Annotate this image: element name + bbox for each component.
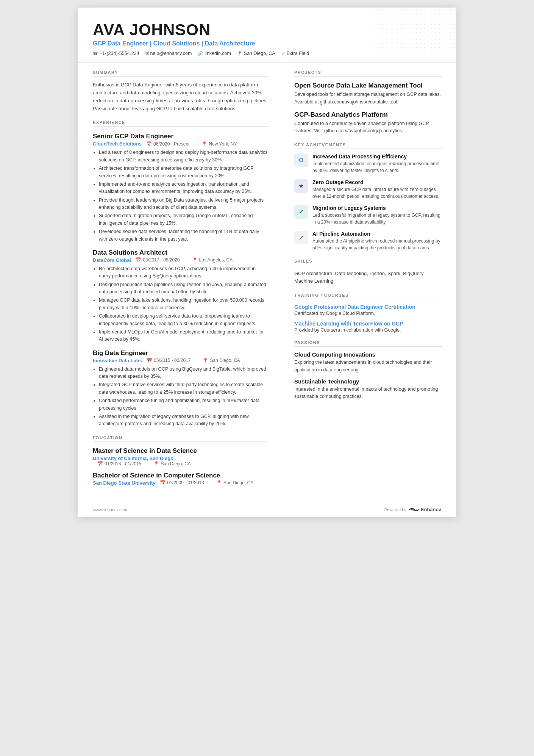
bullet-3-2: Conducted performance tuning and optimiz…: [99, 397, 268, 412]
job-date-3: 📅 05/2015 - 02/2017: [147, 358, 190, 363]
achievement-icon-2: ★: [294, 179, 308, 193]
passion-title-1: Cloud Computing Innovations: [294, 351, 443, 358]
calendar-icon-edu2: 📅: [160, 480, 166, 485]
job-meta-3: 📅 05/2015 - 02/2017 📍 San Diego, CA: [147, 358, 246, 363]
job-company-3: Innovative Data Labs: [93, 358, 142, 363]
achievement-content-2: Zero Outage Record Managed a secure GCP …: [312, 179, 443, 200]
enhancv-logo-icon: [409, 507, 419, 513]
left-column: SUMMARY Enthusiastic GCP Data Engineer w…: [78, 63, 282, 501]
pin-icon-3: 📍: [203, 358, 208, 363]
bullet-3-1: Integrated GCP native services with thir…: [99, 381, 268, 396]
passion-desc-2: Interested in the environmental impacts …: [294, 386, 443, 401]
job-bullets-2: Re-architected data warehouses on GCP, a…: [99, 265, 268, 343]
footer: www.enhancv.com Powered by Enhancv: [78, 502, 456, 517]
project-title-1: Open Source Data Lake Management Tool: [294, 82, 443, 89]
arrow-icon: ↗: [298, 233, 304, 242]
job-meta-1: 📅 06/2020 - Present 📍 New York, NY: [146, 141, 243, 147]
contact-location: 📍 San Diego, CA: [237, 51, 275, 56]
achievement-title-2: Zero Outage Record: [312, 179, 443, 185]
checkmark-icon: ✔: [299, 208, 304, 215]
footer-right: Powered by Enhancv: [384, 507, 441, 513]
passion-desc-1: Exploring the latest advancements in clo…: [294, 359, 443, 374]
job-title-2: Data Solutions Architect: [93, 249, 268, 257]
edu-date-2: 📅 01/2009 - 01/2013: [160, 480, 204, 485]
achievement-title-3: Migration of Legacy Systems: [312, 205, 443, 211]
bullet-2-3: Collaborated in developing self-service …: [99, 313, 268, 327]
bullet-2-2: Managed GCP data lake solutions, handlin…: [99, 297, 268, 311]
edu-meta-row-2: San Diego State University 📅 01/2009 - 0…: [93, 480, 268, 486]
pin-icon-edu1: 📍: [153, 461, 159, 466]
job-title-1: Senior GCP Data Engineer: [93, 133, 268, 140]
candidate-name: AVA JOHNSON: [93, 21, 441, 39]
training-desc-1: Certificated by Google Cloud Platform.: [294, 311, 443, 316]
bullet-1-4: Supported data migration projects, lever…: [99, 212, 268, 227]
bullet-2-1: Designed production data pipelines using…: [99, 281, 268, 296]
achievement-content-3: Migration of Legacy Systems Led a succes…: [312, 205, 443, 225]
experience-section-title: EXPERIENCE: [93, 120, 268, 127]
gear-icon: ⚙: [298, 157, 304, 164]
summary-section-title: SUMMARY: [93, 70, 268, 77]
job-location-2: 📍 Los Angeles, CA: [192, 257, 233, 263]
job-meta-row-2: DataCom Global 📅 03/2017 - 05/2020 📍 Los…: [93, 257, 268, 263]
skills-section-title: SKILLS: [294, 259, 443, 265]
candidate-title: GCP Data Engineer | Cloud Solutions | Da…: [93, 40, 441, 47]
edu-date-1: 📅 01/2013 - 01/2015: [97, 461, 141, 466]
passion-title-2: Sustainable Technology: [294, 378, 443, 385]
star-filled-icon: ★: [298, 182, 304, 189]
edu-degree-1: Master of Science in Data Science: [93, 447, 268, 455]
right-column: PROJECTS Open Source Data Lake Managemen…: [282, 63, 456, 501]
main-layout: SUMMARY Enthusiastic GCP Data Engineer w…: [78, 63, 456, 501]
projects-section-title: PROJECTS: [294, 70, 443, 77]
achievement-icon-3: ✔: [294, 205, 308, 219]
education-section-title: EDUCATION: [93, 435, 268, 442]
bullet-3-0: Engineered data models on GCP using BigQ…: [99, 366, 268, 380]
job-bullets-3: Engineered data models on GCP using BigQ…: [99, 366, 268, 428]
project-title-2: GCP-Based Analytics Platform: [294, 111, 443, 119]
job-title-3: Big Data Engineer: [93, 349, 268, 357]
achievement-desc-1: Implemented optimization techniques redu…: [312, 160, 443, 174]
phone-icon: ☎: [93, 51, 98, 56]
training-section-title: TRAINING / COURSES: [294, 293, 443, 299]
skills-text: GCP Architecture, Data Modeling, Python,…: [294, 270, 443, 286]
achievement-item-3: ✔ Migration of Legacy Systems Led a succ…: [294, 205, 443, 225]
job-company-2: DataCom Global: [93, 257, 131, 263]
job-meta-2: 📅 03/2017 - 05/2020 📍 Los Angeles, CA: [136, 257, 239, 263]
passions-section-title: PASSIONS: [294, 340, 443, 347]
achievement-item-4: ↗ AI Pipeline Automation Automated the A…: [294, 231, 443, 251]
bullet-1-5: Developed secure data services, facilita…: [99, 228, 268, 243]
contact-linkedin: 🔗 linkedin.com: [198, 51, 231, 56]
bullet-1-2: Implemented end-to-end analytics across …: [99, 181, 268, 196]
pin-icon-edu2: 📍: [216, 480, 222, 485]
link-icon: 🔗: [198, 51, 203, 56]
job-location-3: 📍 San Diego, CA: [203, 358, 240, 363]
star-icon: ☆: [281, 51, 285, 56]
bullet-1-1: Architected transformation of enterprise…: [99, 165, 268, 180]
pin-icon-2: 📍: [192, 257, 198, 263]
email-icon: ✉: [145, 51, 149, 56]
enhancv-logo: Enhancv: [409, 507, 441, 513]
powered-by-label: Powered by: [384, 507, 406, 512]
job-date-2: 📅 03/2017 - 05/2020: [136, 257, 180, 263]
edu-meta-1: 📅 01/2013 - 01/2015 📍 San Diego, CA: [97, 461, 197, 466]
job-meta-row-3: Innovative Data Labs 📅 05/2015 - 02/2017…: [93, 358, 268, 363]
calendar-icon-3: 📅: [147, 358, 152, 363]
edu-degree-2: Bachelor of Science in Computer Science: [93, 472, 268, 479]
bullet-3-3: Assisted in the migration of legacy data…: [99, 413, 268, 428]
edu-meta-row-1: University of California, San Diego 📅 01…: [93, 455, 268, 466]
training-title-2: Machine Learning with TensorFlow on GCP: [294, 321, 443, 327]
bullet-1-3: Provided thought leadership on Big Data …: [99, 197, 268, 211]
job-bullets-1: Led a team of 8 engineers to design and …: [99, 149, 268, 243]
job-location-1: 📍 New York, NY: [201, 141, 237, 147]
achievement-icon-1: ⚙: [294, 153, 308, 167]
bullet-2-4: Implemented MLOps for GenAI model deploy…: [99, 329, 268, 343]
project-desc-1: Developed tools for efficient storage ma…: [294, 91, 443, 106]
achievement-item-2: ★ Zero Outage Record Managed a secure GC…: [294, 179, 443, 200]
achievements-section-title: KEY ACHIEVEMENTS: [294, 142, 443, 149]
calendar-icon-1: 📅: [146, 141, 152, 147]
location-icon: 📍: [237, 51, 242, 56]
bullet-2-0: Re-architected data warehouses on GCP, a…: [99, 265, 268, 280]
footer-website: www.enhancv.com: [93, 507, 127, 512]
bullet-1-0: Led a team of 8 engineers to design and …: [99, 149, 268, 164]
edu-location-1: 📍 San Diego, CA: [153, 461, 190, 466]
achievement-desc-4: Automated the AI pipeline which reduced …: [312, 238, 443, 251]
